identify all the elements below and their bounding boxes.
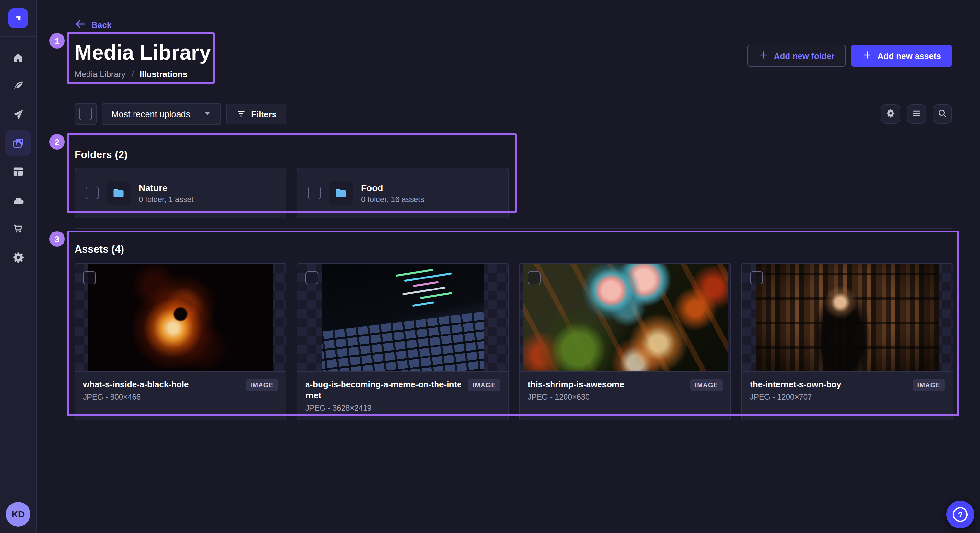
breadcrumb-current: Illustrations xyxy=(140,69,187,79)
add-new-folder-label: Add new folder xyxy=(774,51,835,60)
asset-footer: this-shrimp-is-awesome JPEG - 1200×630 I… xyxy=(520,372,730,420)
sidebar-item-marketplace[interactable] xyxy=(5,216,31,241)
search-button[interactable] xyxy=(933,104,952,124)
toolbar-left: Most recent uploads Filters xyxy=(75,103,286,125)
sort-dropdown[interactable]: Most recent uploads xyxy=(102,103,221,125)
asset-footer: what-s-inside-a-black-hole JPEG - 800×46… xyxy=(75,372,286,420)
main-content: Back Media Library Media Library / Illus… xyxy=(37,0,980,533)
select-all-checkbox[interactable] xyxy=(75,103,97,125)
sidebar-item-content-manager[interactable] xyxy=(5,73,31,99)
folder-info: Food 0 folder, 16 assets xyxy=(361,182,424,204)
folder-meta: 0 folder, 1 asset xyxy=(139,195,194,204)
toolbar: Most recent uploads Filters xyxy=(75,103,952,125)
filters-label: Filters xyxy=(251,109,277,119)
folders-section-title: Folders (2) xyxy=(75,149,952,160)
breadcrumb-separator: / xyxy=(132,69,134,79)
folder-icon xyxy=(111,186,126,200)
avatar[interactable]: KD xyxy=(6,502,30,527)
folder-name: Food xyxy=(361,182,424,193)
sort-value: Most recent uploads xyxy=(111,109,190,119)
asset-checkbox[interactable] xyxy=(528,271,541,284)
asset-meta: JPEG - 1200×630 xyxy=(528,392,624,401)
asset-info: what-s-inside-a-black-hole JPEG - 800×46… xyxy=(83,379,189,401)
sidebar-item-home[interactable] xyxy=(5,45,31,71)
add-new-folder-button[interactable]: Add new folder xyxy=(747,45,846,67)
layout-icon xyxy=(12,165,25,178)
folder-card-nature[interactable]: Nature 0 folder, 1 asset xyxy=(75,168,286,218)
folder-card-food[interactable]: Food 0 folder, 16 assets xyxy=(297,168,509,218)
asset-meta: JPEG - 800×466 xyxy=(83,392,189,401)
header-row: Media Library Media Library / Illustrati… xyxy=(75,40,952,79)
section-divider xyxy=(75,228,952,228)
asset-footer: a-bug-is-becoming-a-meme-on-the-internet… xyxy=(298,372,508,420)
sidebar-divider xyxy=(0,36,36,37)
asset-type-badge: IMAGE xyxy=(690,379,723,391)
sidebar-item-releases[interactable] xyxy=(5,102,31,128)
checkbox xyxy=(79,108,92,121)
asset-info: the-internet-s-own-boy JPEG - 1200×707 xyxy=(750,379,841,401)
asset-type-badge: IMAGE xyxy=(913,379,945,391)
asset-checkbox[interactable] xyxy=(750,271,763,284)
sidebar-item-cloud[interactable] xyxy=(5,187,31,213)
asset-checkbox[interactable] xyxy=(83,271,96,284)
folder-icon-tile xyxy=(329,181,353,205)
strapi-logo[interactable] xyxy=(8,8,28,28)
folder-checkbox[interactable] xyxy=(86,187,99,200)
asset-thumbnail xyxy=(520,263,730,372)
cart-icon xyxy=(12,222,25,235)
folder-grid: Nature 0 folder, 1 asset Food 0 folder, … xyxy=(75,168,952,218)
folder-icon-tile xyxy=(106,181,131,205)
question-mark-icon: ? xyxy=(953,507,968,522)
code-laptop-image xyxy=(322,263,484,371)
breadcrumb-root[interactable]: Media Library xyxy=(75,69,126,79)
asset-type-badge: IMAGE xyxy=(468,379,500,391)
help-button[interactable]: ? xyxy=(946,501,974,528)
mantis-shrimp-image xyxy=(523,263,727,371)
asset-checkbox[interactable] xyxy=(305,271,318,284)
asset-card-internets-own-boy[interactable]: the-internet-s-own-boy JPEG - 1200×707 I… xyxy=(741,263,953,420)
filter-icon xyxy=(235,108,246,120)
asset-type-badge: IMAGE xyxy=(246,379,278,391)
page-title: Media Library xyxy=(75,40,211,65)
folder-checkbox[interactable] xyxy=(308,187,321,200)
folder-info: Nature 0 folder, 1 asset xyxy=(139,182,194,204)
feather-icon xyxy=(12,80,25,93)
asset-card-bug-meme[interactable]: a-bug-is-becoming-a-meme-on-the-internet… xyxy=(297,263,509,420)
plus-icon xyxy=(758,49,769,62)
gear-icon xyxy=(885,108,896,120)
asset-name: the-internet-s-own-boy xyxy=(750,379,841,390)
sidebar-item-content-type-builder[interactable] xyxy=(5,159,31,185)
filters-button[interactable]: Filters xyxy=(226,104,286,124)
view-settings-button[interactable] xyxy=(881,104,900,124)
sidebar-item-media-library[interactable] xyxy=(5,130,31,156)
asset-thumbnail xyxy=(75,263,286,372)
cloud-icon xyxy=(11,194,25,207)
back-label: Back xyxy=(91,20,111,30)
sidebar-item-settings[interactable] xyxy=(5,244,31,270)
asset-name: a-bug-is-becoming-a-meme-on-the-internet xyxy=(305,379,463,401)
asset-thumbnail xyxy=(298,263,508,372)
library-portrait-image xyxy=(756,263,939,371)
app-root: KD Back Media Library Media Library / Il… xyxy=(0,0,980,533)
add-new-assets-button[interactable]: Add new assets xyxy=(851,45,952,67)
chevron-down-icon xyxy=(203,109,211,119)
sidebar-nav xyxy=(0,45,36,273)
sidebar: KD xyxy=(0,0,37,533)
folder-meta: 0 folder, 16 assets xyxy=(361,195,424,204)
header-actions: Add new folder Add new assets xyxy=(747,45,952,67)
black-hole-image xyxy=(88,263,273,371)
strapi-logo-icon xyxy=(13,13,23,23)
folder-name: Nature xyxy=(139,182,194,193)
assets-section-title: Assets (4) xyxy=(75,244,952,255)
list-view-button[interactable] xyxy=(907,104,926,124)
gear-icon xyxy=(11,250,25,264)
asset-footer: the-internet-s-own-boy JPEG - 1200×707 I… xyxy=(742,372,953,420)
search-icon xyxy=(937,108,948,120)
back-link[interactable]: Back xyxy=(75,18,111,32)
asset-name: what-s-inside-a-black-hole xyxy=(83,379,189,390)
asset-card-black-hole[interactable]: what-s-inside-a-black-hole JPEG - 800×46… xyxy=(75,263,286,420)
arrow-left-icon xyxy=(75,18,86,32)
asset-meta: JPEG - 1200×707 xyxy=(750,392,841,401)
asset-card-shrimp[interactable]: this-shrimp-is-awesome JPEG - 1200×630 I… xyxy=(519,263,731,420)
asset-name: this-shrimp-is-awesome xyxy=(528,379,624,390)
